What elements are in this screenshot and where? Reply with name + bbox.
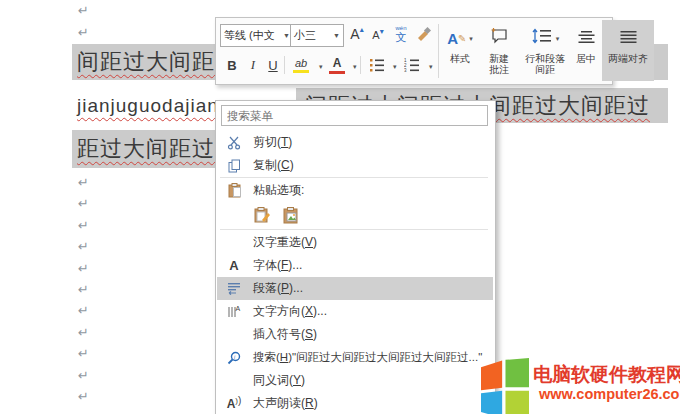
align-center-icon (578, 20, 595, 44)
paragraph-mark: ↵ (78, 390, 89, 403)
align-justify-label: 两端对齐 (608, 53, 648, 64)
new-comment-button[interactable]: 新建 批注 (482, 20, 516, 81)
styles-icon: A✎▾ (447, 20, 473, 44)
chevron-down-icon: ▼ (333, 32, 340, 39)
font-name-value: 等线 (中文 (224, 28, 275, 43)
bullets-icon (369, 58, 385, 72)
menu-item-font[interactable]: A 字体(F)... (217, 254, 493, 277)
paragraph-mark: ↵ (78, 240, 89, 253)
underline-label: U (268, 58, 277, 73)
align-justify-icon (620, 20, 637, 44)
font-name-select[interactable]: 等线 (中文 ▼ (220, 24, 294, 47)
italic-label: I (251, 57, 255, 73)
chevron-down-icon: ▼ (283, 32, 290, 39)
italic-button[interactable]: I (244, 54, 262, 76)
grow-font-button[interactable]: A ▴ (346, 23, 368, 45)
bullets-button[interactable] (366, 54, 388, 76)
svg-text:A: A (236, 305, 241, 312)
underline-button[interactable]: U (264, 54, 282, 76)
line-spacing-button[interactable]: ▾ 行和段落 间距 (520, 20, 570, 81)
phonetic-guide-button[interactable]: wén 文 (390, 22, 412, 46)
align-justify-button[interactable]: 两端对齐 (602, 20, 654, 81)
caret-down-icon: ▾ (380, 27, 384, 36)
document-text-line3[interactable]: 距过大间距过大 (77, 134, 238, 164)
font-color-bar (329, 71, 345, 74)
copy-icon (224, 159, 244, 173)
paste-keep-formatting-button[interactable] (251, 205, 273, 227)
font-size-value: 小三 (294, 28, 316, 43)
menu-item-paste-options: 粘贴选项: (217, 179, 493, 202)
paragraph-mark: ↵ (78, 26, 89, 39)
menu-item-insert-symbol[interactable]: 插入符号(S) (217, 323, 493, 346)
paragraph-mark: ↵ (78, 176, 89, 189)
caret-up-icon: ▴ (360, 25, 364, 34)
bold-button[interactable]: B (222, 54, 242, 76)
paragraph-mark: ↵ (78, 262, 89, 275)
new-comment-label-2: 批注 (489, 64, 509, 75)
paragraph-mark: ↵ (78, 283, 89, 296)
chevron-down-icon[interactable]: ▾ (393, 63, 397, 71)
highlight-letters: ab (295, 57, 307, 69)
font-size-select[interactable]: 小三 ▼ (290, 24, 344, 47)
line-spacing-label-1: 行和段落 (525, 53, 565, 64)
paste-keep-formatting-icon (254, 207, 271, 224)
paragraph-mark: ↵ (78, 304, 89, 317)
menu-item-smart-lookup[interactable]: i 搜索(H)"间距过大间距过大间距过大间距过..." (217, 346, 493, 369)
grow-font-letter: A (350, 26, 359, 42)
highlight-color-bar (293, 70, 309, 73)
read-aloud-icon: A)) (224, 397, 244, 411)
format-painter-button[interactable] (413, 23, 435, 45)
windows-logo-icon (481, 358, 529, 414)
chevron-down-icon[interactable]: ▾ (319, 63, 323, 71)
bold-label: B (227, 58, 236, 73)
numbering-button[interactable]: 1 2 3 (400, 54, 424, 76)
menu-item-synonyms[interactable]: 同义词(Y) (217, 369, 493, 392)
menu-item-paragraph[interactable]: 段落(P)... (217, 277, 493, 300)
new-comment-label-1: 新建 (489, 53, 509, 64)
menu-item-text-direction[interactable]: A 文字方向(X)... (217, 300, 493, 323)
chevron-down-icon[interactable]: ▾ (429, 63, 433, 71)
menu-search-input[interactable] (221, 105, 488, 126)
format-painter-icon (416, 26, 432, 42)
styles-button[interactable]: A✎▾ 样式 (442, 20, 478, 81)
shrink-font-letter: A (372, 29, 379, 41)
menu-item-read-aloud[interactable]: A)) 大声朗读(R) (217, 392, 493, 414)
paragraph-mark: ↵ (78, 326, 89, 339)
line-spacing-icon: ▾ (531, 20, 560, 44)
align-center-button[interactable]: 居中 (572, 20, 600, 81)
numbering-icon: 1 2 3 (404, 58, 420, 72)
paste-picture-button[interactable] (280, 205, 302, 227)
paste-picture-icon (283, 207, 300, 224)
mini-toolbar: 等线 (中文 ▼ 小三 ▼ A ▴ A ▾ wén 文 B I U a (215, 17, 613, 85)
chevron-down-icon[interactable]: ▾ (353, 63, 357, 71)
phonetic-hanzi-text: 文 (396, 31, 407, 43)
document-text-line1-left[interactable]: 间距过大间距过 (77, 47, 238, 77)
scissors-icon (224, 136, 244, 150)
paste-options-row (217, 202, 527, 229)
paragraph-mark: ↵ (78, 219, 89, 232)
paragraph-icon (224, 282, 244, 295)
menu-item-copy[interactable]: 复制(C) (217, 154, 493, 177)
search-icon: i (224, 351, 244, 365)
svg-text:i: i (234, 354, 236, 360)
align-center-label: 居中 (576, 53, 596, 64)
document-text-line2-pinyin[interactable]: jianjuguodajian (77, 95, 219, 117)
font-color-letter: A (333, 56, 342, 70)
watermark-url: www.computer26.com (539, 386, 680, 402)
word-document-window: ↵↵↵↵↵↵↵↵↵↵↵↵↵ 间距过大间距过 大 jianjuguodajian … (0, 0, 680, 414)
styles-label: 样式 (450, 53, 470, 64)
menu-item-cut[interactable]: 剪切(T) (217, 131, 493, 154)
paragraph-mark: ↵ (78, 369, 89, 382)
svg-text:3: 3 (404, 68, 407, 72)
shrink-font-button[interactable]: A ▾ (368, 25, 388, 45)
text-highlight-button[interactable]: ab (288, 54, 314, 76)
font-icon: A (224, 258, 244, 273)
line-spacing-label-2: 间距 (535, 64, 555, 75)
font-color-button[interactable]: A (326, 54, 348, 76)
menu-item-hanzi-reselect[interactable]: 汉字重选(V) (217, 231, 493, 254)
paragraph-mark: ↵ (78, 197, 89, 210)
context-menu: 剪切(T) 复制(C) 粘贴选项: (215, 100, 496, 414)
new-comment-icon (490, 20, 508, 44)
paragraph-mark: ↵ (78, 347, 89, 360)
paragraph-mark: ↵ (78, 4, 89, 17)
